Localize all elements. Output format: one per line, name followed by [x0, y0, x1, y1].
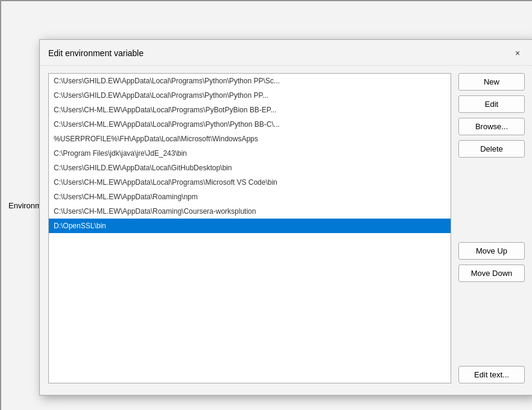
list-item[interactable]: D:\OpenSSL\bin: [49, 219, 451, 233]
dialog-title: Edit environment variable: [48, 48, 144, 58]
edit-button[interactable]: Edit: [458, 95, 525, 113]
list-item[interactable]: C:\Users\CH-ML.EW\AppData\Local\Programs…: [49, 117, 451, 132]
button-panel: New Edit Browse... Delete Move Up Move D…: [458, 73, 525, 383]
move-down-button[interactable]: Move Down: [458, 264, 525, 282]
move-up-button[interactable]: Move Up: [458, 242, 525, 260]
list-item[interactable]: C:\Users\CH-ML.EW\AppData\Roaming\npm: [49, 190, 451, 204]
delete-button[interactable]: Delete: [458, 140, 525, 158]
list-item[interactable]: C:\Users\GHILD.EW\AppData\Local\GitHubDe…: [49, 161, 451, 175]
edit-text-button[interactable]: Edit text...: [458, 366, 525, 383]
dialog-body: C:\Users\GHILD.EW\AppData\Local\Programs…: [40, 66, 532, 391]
list-item[interactable]: C:\Users\GHILD.EW\AppData\Local\Programs…: [49, 74, 451, 88]
list-item[interactable]: %USERPROFILE%\FH\AppData\Local\Microsoft…: [49, 132, 451, 146]
list-item[interactable]: C:\Program Files\jdk\java\jre\JdE_243\bi…: [49, 146, 451, 161]
list-item[interactable]: C:\Users\CH-ML.EW\AppData\Local\Programs…: [49, 103, 451, 117]
dialog-close-button[interactable]: ×: [510, 46, 525, 60]
env-var-list[interactable]: C:\Users\GHILD.EW\AppData\Local\Programs…: [48, 73, 451, 383]
dialog-titlebar: Edit environment variable ×: [40, 40, 532, 66]
new-button[interactable]: New: [458, 73, 525, 91]
edit-env-dialog: Edit environment variable × C:\Users\GHI…: [39, 39, 532, 396]
browse-button[interactable]: Browse...: [458, 118, 525, 135]
list-item[interactable]: C:\Users\CH-ML.EW\AppData\Local\Programs…: [49, 175, 451, 190]
list-item[interactable]: C:\Users\CH-ML.EW\AppData\Roaming\Course…: [49, 204, 451, 219]
button-spacer: [458, 162, 525, 237]
button-spacer-2: [458, 287, 525, 362]
list-item[interactable]: C:\Users\GHILD.EW\AppData\Local\Programs…: [49, 88, 451, 103]
